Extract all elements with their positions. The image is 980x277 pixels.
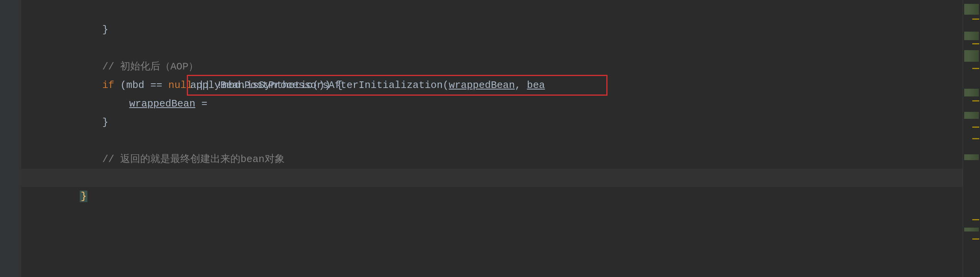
minimap-warning-mark[interactable] [972,43,979,44]
minimap-warning-mark[interactable] [972,238,979,240]
minimap-warning-mark[interactable] [972,100,979,101]
minimap-warning-mark[interactable] [972,19,979,20]
arg-bea: bea [527,76,545,95]
code-line[interactable]: } [21,95,963,113]
code-line[interactable]: // 初始化后（AOP） [21,39,963,57]
minimap-scrollbar[interactable] [963,0,980,277]
method-call: applyBeanPostProcessorsAfterInitializati… [190,76,449,95]
minimap-warning-mark[interactable] [972,219,979,220]
code-line-current[interactable]: } [21,169,963,187]
code-editor-area[interactable]: } // 初始化后（AOP） if (mbd == null || !mbd.i… [21,0,963,277]
code-line[interactable]: } [21,2,963,20]
arg-wrappedbean: wrappedBean [449,76,515,95]
code-line[interactable]: if (mbd == null || !mbd.isSynthetic()) { [21,57,963,76]
minimap-code-block [964,4,979,15]
code-line-blank[interactable] [21,20,963,39]
minimap-code-block [964,112,979,119]
code-line[interactable]: return wrappedBean; [21,150,963,169]
minimap-code-block [964,154,979,160]
minimap-code-block [964,50,979,62]
minimap-warning-mark[interactable] [972,127,979,128]
highlight-red-box: applyBeanPostProcessorsAfterInitializati… [187,75,607,96]
code-line[interactable]: // 返回的就是最终创建出来的bean对象 [21,132,963,150]
minimap-code-block [964,32,979,40]
minimap-code-block [964,89,979,96]
brace-close-cursor: } [80,191,87,202]
minimap-warning-mark[interactable] [972,138,979,139]
code-line-blank[interactable] [21,113,963,132]
code-line-highlighted[interactable]: wrappedBean = applyBeanPostProcessorsAft… [21,76,963,95]
minimap-code-block [964,228,979,231]
minimap-warning-mark[interactable] [972,68,979,69]
editor-gutter[interactable] [0,0,21,277]
comma: , [515,76,527,95]
